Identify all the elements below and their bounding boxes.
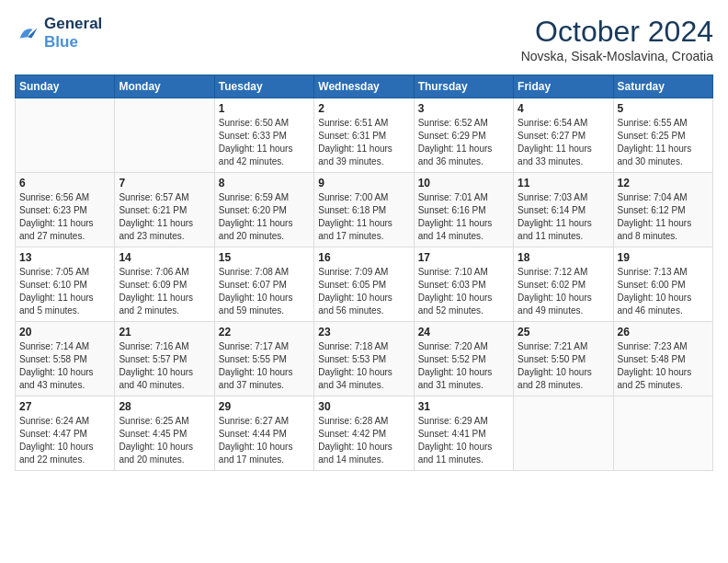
day-number: 13: [19, 251, 110, 264]
day-number: 12: [618, 177, 709, 190]
calendar-cell: 7Sunrise: 6:57 AMSunset: 6:21 PMDaylight…: [115, 173, 214, 247]
day-number: 29: [219, 400, 310, 413]
day-number: 10: [418, 177, 509, 190]
calendar-cell: 17Sunrise: 7:10 AMSunset: 6:03 PMDayligh…: [414, 247, 513, 322]
day-number: 31: [418, 400, 509, 413]
day-number: 22: [219, 326, 310, 339]
day-detail: Sunrise: 6:28 AMSunset: 4:42 PMDaylight:…: [318, 415, 409, 466]
calendar-cell: 13Sunrise: 7:05 AMSunset: 6:10 PMDayligh…: [16, 247, 115, 322]
weekday-header-tuesday: Tuesday: [214, 75, 313, 98]
day-detail: Sunrise: 7:00 AMSunset: 6:18 PMDaylight:…: [318, 191, 409, 243]
day-number: 5: [618, 102, 709, 115]
day-detail: Sunrise: 7:17 AMSunset: 5:55 PMDaylight:…: [219, 340, 310, 392]
day-number: 1: [219, 102, 310, 115]
day-detail: Sunrise: 6:51 AMSunset: 6:31 PMDaylight:…: [318, 117, 409, 168]
calendar-cell: 24Sunrise: 7:20 AMSunset: 5:52 PMDayligh…: [414, 322, 513, 396]
day-detail: Sunrise: 7:06 AMSunset: 6:09 PMDaylight:…: [119, 266, 210, 317]
day-detail: Sunrise: 6:55 AMSunset: 6:25 PMDaylight:…: [618, 117, 709, 168]
calendar-week-4: 20Sunrise: 7:14 AMSunset: 5:58 PMDayligh…: [16, 322, 713, 396]
day-detail: Sunrise: 6:57 AMSunset: 6:21 PMDaylight:…: [119, 191, 210, 243]
calendar-cell: [613, 396, 712, 471]
calendar-cell: 31Sunrise: 6:29 AMSunset: 4:41 PMDayligh…: [414, 396, 513, 471]
day-detail: Sunrise: 7:08 AMSunset: 6:07 PMDaylight:…: [219, 266, 310, 317]
day-number: 24: [418, 326, 509, 339]
day-number: 18: [518, 251, 609, 264]
day-number: 28: [119, 400, 210, 413]
day-detail: Sunrise: 7:18 AMSunset: 5:53 PMDaylight:…: [318, 340, 409, 392]
calendar-cell: 15Sunrise: 7:08 AMSunset: 6:07 PMDayligh…: [214, 247, 313, 322]
day-detail: Sunrise: 7:10 AMSunset: 6:03 PMDaylight:…: [418, 266, 509, 317]
location: Novska, Sisak-Moslavina, Croatia: [521, 49, 713, 63]
day-number: 23: [318, 326, 409, 339]
logo-text: General Blue: [44, 15, 102, 52]
logo: General Blue: [15, 15, 102, 52]
day-detail: Sunrise: 7:03 AMSunset: 6:14 PMDaylight:…: [518, 191, 609, 243]
day-number: 27: [19, 400, 110, 413]
calendar-cell: 20Sunrise: 7:14 AMSunset: 5:58 PMDayligh…: [16, 322, 115, 396]
weekday-header-friday: Friday: [514, 75, 613, 98]
calendar-cell: 28Sunrise: 6:25 AMSunset: 4:45 PMDayligh…: [115, 396, 214, 471]
day-number: 21: [119, 326, 210, 339]
day-detail: Sunrise: 7:23 AMSunset: 5:48 PMDaylight:…: [618, 340, 709, 392]
calendar-cell: 10Sunrise: 7:01 AMSunset: 6:16 PMDayligh…: [414, 173, 513, 247]
day-detail: Sunrise: 7:14 AMSunset: 5:58 PMDaylight:…: [19, 340, 110, 392]
calendar-cell: [115, 98, 214, 173]
calendar-week-3: 13Sunrise: 7:05 AMSunset: 6:10 PMDayligh…: [16, 247, 713, 322]
day-detail: Sunrise: 6:50 AMSunset: 6:33 PMDaylight:…: [219, 117, 310, 168]
day-detail: Sunrise: 6:27 AMSunset: 4:44 PMDaylight:…: [219, 415, 310, 466]
month-title: October 2024: [521, 15, 713, 49]
calendar-cell: 30Sunrise: 6:28 AMSunset: 4:42 PMDayligh…: [314, 396, 414, 471]
weekday-header-sunday: Sunday: [16, 75, 115, 98]
day-detail: Sunrise: 7:13 AMSunset: 6:00 PMDaylight:…: [618, 266, 709, 317]
calendar-cell: 5Sunrise: 6:55 AMSunset: 6:25 PMDaylight…: [613, 98, 712, 173]
day-detail: Sunrise: 7:05 AMSunset: 6:10 PMDaylight:…: [19, 266, 110, 317]
day-detail: Sunrise: 6:29 AMSunset: 4:41 PMDaylight:…: [418, 415, 509, 466]
day-number: 11: [518, 177, 609, 190]
calendar-cell: 3Sunrise: 6:52 AMSunset: 6:29 PMDaylight…: [414, 98, 513, 173]
calendar-week-2: 6Sunrise: 6:56 AMSunset: 6:23 PMDaylight…: [16, 173, 713, 247]
day-number: 7: [119, 177, 210, 190]
calendar-week-1: 1Sunrise: 6:50 AMSunset: 6:33 PMDaylight…: [16, 98, 713, 173]
page-header: General Blue October 2024 Novska, Sisak-…: [15, 15, 713, 63]
day-detail: Sunrise: 6:52 AMSunset: 6:29 PMDaylight:…: [418, 117, 509, 168]
day-number: 3: [418, 102, 509, 115]
day-number: 6: [19, 177, 110, 190]
calendar-cell: 6Sunrise: 6:56 AMSunset: 6:23 PMDaylight…: [16, 173, 115, 247]
calendar-cell: [514, 396, 613, 471]
calendar-table: SundayMondayTuesdayWednesdayThursdayFrid…: [15, 75, 713, 471]
calendar-cell: 9Sunrise: 7:00 AMSunset: 6:18 PMDaylight…: [314, 173, 414, 247]
day-number: 16: [318, 251, 409, 264]
calendar-cell: 14Sunrise: 7:06 AMSunset: 6:09 PMDayligh…: [115, 247, 214, 322]
day-detail: Sunrise: 6:25 AMSunset: 4:45 PMDaylight:…: [119, 415, 210, 466]
calendar-cell: 19Sunrise: 7:13 AMSunset: 6:00 PMDayligh…: [613, 247, 712, 322]
day-number: 2: [318, 102, 409, 115]
calendar-week-5: 27Sunrise: 6:24 AMSunset: 4:47 PMDayligh…: [16, 396, 713, 471]
day-number: 9: [318, 177, 409, 190]
day-number: 30: [318, 400, 409, 413]
logo-icon: [15, 20, 40, 46]
day-number: 8: [219, 177, 310, 190]
weekday-header-monday: Monday: [115, 75, 214, 98]
calendar-cell: 8Sunrise: 6:59 AMSunset: 6:20 PMDaylight…: [214, 173, 313, 247]
day-number: 19: [618, 251, 709, 264]
weekday-header-wednesday: Wednesday: [314, 75, 414, 98]
day-number: 17: [418, 251, 509, 264]
day-detail: Sunrise: 6:56 AMSunset: 6:23 PMDaylight:…: [19, 191, 110, 243]
day-detail: Sunrise: 7:04 AMSunset: 6:12 PMDaylight:…: [618, 191, 709, 243]
day-detail: Sunrise: 7:12 AMSunset: 6:02 PMDaylight:…: [518, 266, 609, 317]
day-detail: Sunrise: 7:16 AMSunset: 5:57 PMDaylight:…: [119, 340, 210, 392]
title-area: October 2024 Novska, Sisak-Moslavina, Cr…: [521, 15, 713, 63]
day-detail: Sunrise: 7:01 AMSunset: 6:16 PMDaylight:…: [418, 191, 509, 243]
calendar-cell: 1Sunrise: 6:50 AMSunset: 6:33 PMDaylight…: [214, 98, 313, 173]
calendar-cell: [16, 98, 115, 173]
day-detail: Sunrise: 7:20 AMSunset: 5:52 PMDaylight:…: [418, 340, 509, 392]
day-number: 25: [518, 326, 609, 339]
calendar-cell: 22Sunrise: 7:17 AMSunset: 5:55 PMDayligh…: [214, 322, 313, 396]
day-detail: Sunrise: 6:24 AMSunset: 4:47 PMDaylight:…: [19, 415, 110, 466]
day-number: 20: [19, 326, 110, 339]
calendar-cell: 18Sunrise: 7:12 AMSunset: 6:02 PMDayligh…: [514, 247, 613, 322]
day-detail: Sunrise: 7:09 AMSunset: 6:05 PMDaylight:…: [318, 266, 409, 317]
day-detail: Sunrise: 6:59 AMSunset: 6:20 PMDaylight:…: [219, 191, 310, 243]
calendar-cell: 26Sunrise: 7:23 AMSunset: 5:48 PMDayligh…: [613, 322, 712, 396]
day-detail: Sunrise: 7:21 AMSunset: 5:50 PMDaylight:…: [518, 340, 609, 392]
